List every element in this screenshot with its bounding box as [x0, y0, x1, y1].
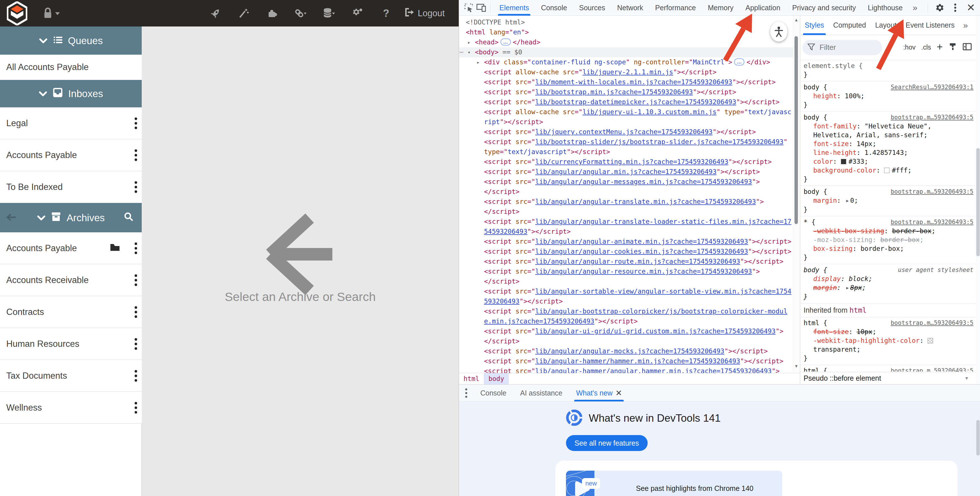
css-property[interactable]: background-color: #fff;	[803, 166, 974, 175]
gears-icon[interactable]	[352, 7, 364, 20]
dom-node[interactable]: <script src="lib/angular/angular-cookies…	[459, 247, 793, 257]
styles-scrollbar[interactable]	[976, 16, 980, 384]
inspect-element-icon[interactable]	[462, 2, 475, 14]
drawer-scrollbar[interactable]	[976, 420, 980, 456]
scrollbar-thumb[interactable]	[976, 148, 980, 256]
drawer-tab-console[interactable]: Console	[474, 385, 513, 402]
logout-button[interactable]: Logout	[404, 0, 445, 27]
tab-application[interactable]: Application	[740, 0, 786, 16]
kebab-menu-icon[interactable]	[135, 338, 137, 350]
scrollbar-thumb[interactable]	[794, 36, 798, 224]
dom-node[interactable]: <script src="lib/bootstrap-slider/js/boo…	[459, 137, 793, 157]
tab-console[interactable]: Console	[535, 0, 573, 16]
kebab-menu-icon[interactable]	[135, 149, 137, 161]
kebab-menu-icon[interactable]	[135, 181, 137, 193]
tab-privacy-and-security[interactable]: Privacy and security	[786, 0, 862, 16]
css-property[interactable]: font-size: 14px;	[803, 140, 974, 148]
dom-node[interactable]: <script src="lib/moment-with-locales.min…	[459, 77, 793, 87]
style-rule[interactable]: bootstrap.m…593206493:5html {font-size: …	[800, 317, 976, 365]
css-property[interactable]: height: 100%;	[803, 92, 974, 100]
stylesheet-source-link[interactable]: bootstrap.m…593206493:5	[891, 367, 974, 372]
search-icon[interactable]	[124, 212, 133, 223]
stylesheet-source-link[interactable]: bootstrap.m…593206493:5	[891, 113, 974, 122]
sidebar-item-human-resources[interactable]: Human Resources	[0, 328, 142, 360]
tab-performance[interactable]: Performance	[649, 0, 702, 16]
dom-node[interactable]: <script src="lib/angular/angular-mocks.j…	[459, 346, 793, 356]
tab-lighthouse[interactable]: Lighthouse	[862, 0, 908, 16]
styles-filter-input[interactable]	[819, 43, 871, 52]
dom-node[interactable]: ▸<div class="container-fluid ng-scope" n…	[459, 57, 793, 67]
pseudo-element-section[interactable]: Pseudo ::before element ▼	[800, 372, 976, 384]
lock-menu[interactable]	[43, 7, 60, 21]
kebab-menu-icon[interactable]	[135, 370, 137, 381]
sidebar-item-accounts-payable[interactable]: Accounts Payable	[0, 232, 142, 264]
rule-selector[interactable]: * {	[803, 218, 816, 226]
toggle-classes-button[interactable]: .cls	[921, 43, 931, 51]
css-property[interactable]: font-size: 10px;	[803, 327, 974, 336]
drawer-tab-what-s-new[interactable]: What's new✕	[569, 385, 629, 402]
elements-scrollbar[interactable]: ▲ ▼	[793, 16, 799, 373]
styles-tab-layout[interactable]: Layout	[870, 16, 901, 35]
drawer-menu-kebab-icon[interactable]	[459, 388, 474, 398]
dom-node[interactable]: <script src="lib/angular-ui-grid/ui-grid…	[459, 326, 793, 346]
kebab-menu-icon[interactable]	[135, 306, 137, 318]
breadcrumb-item-html[interactable]: html	[459, 373, 484, 384]
stylesheet-source-link[interactable]: bootstrap.m…593206493:5	[891, 319, 974, 327]
scroll-up-icon[interactable]: ▲	[794, 18, 799, 22]
styles-tab-styles[interactable]: Styles	[800, 16, 829, 35]
expand-more-badge[interactable]: …	[501, 38, 511, 46]
style-rule[interactable]: SearchResul…593206493:1body {height: 100…	[800, 81, 976, 112]
wand-icon[interactable]	[238, 7, 250, 20]
past-highlights-link[interactable]: new See past highlights from Chrome 140	[566, 470, 782, 496]
sidebar-item-to-be-indexed[interactable]: To Be Indexed	[0, 171, 142, 203]
css-property[interactable]: -webkit-tap-highlight-color: transparent…	[803, 336, 974, 354]
tab-memory[interactable]: Memory	[702, 0, 739, 16]
tab-elements[interactable]: Elements	[493, 0, 535, 16]
new-style-rule-button[interactable]: +	[937, 44, 943, 50]
color-swatch[interactable]	[884, 168, 889, 173]
css-property[interactable]: margin: ▶0;	[803, 196, 974, 205]
breadcrumb-item-body[interactable]: body	[484, 373, 509, 384]
toggle-sidebar-icon[interactable]	[963, 42, 972, 53]
css-property[interactable]: margin: ▶8px;	[803, 283, 974, 292]
rule-selector[interactable]: html {	[803, 319, 827, 327]
dom-node[interactable]: <script src="lib/bootstrap.min.js?cache=…	[459, 87, 793, 97]
tab-network[interactable]: Network	[611, 0, 649, 16]
dom-node[interactable]: <script src="lib/angular/angular-transla…	[459, 217, 793, 237]
css-property[interactable]: -webkit-box-sizing: border-box;	[803, 226, 974, 236]
dom-node[interactable]: <script src="lib/bootstrap-datetimepicke…	[459, 97, 793, 107]
kebab-menu-icon[interactable]	[135, 117, 137, 129]
devtools-menu-kebab-icon[interactable]	[949, 2, 961, 14]
styles-tab-event-listeners[interactable]: Event Listeners	[901, 16, 959, 35]
accessibility-person-button[interactable]	[770, 22, 788, 41]
more-tabs-icon[interactable]: »	[908, 3, 921, 13]
rule-selector[interactable]: body {	[803, 113, 827, 121]
dom-node[interactable]: <!DOCTYPE html>	[459, 18, 793, 27]
sidebar-section-header-archives[interactable]: Archives	[0, 203, 142, 232]
css-property[interactable]: font-family: "Helvetica Neue", Helvetica…	[803, 122, 974, 140]
close-devtools-icon[interactable]: ✕	[964, 2, 977, 14]
style-rule[interactable]: user agent stylesheetbody {display: bloc…	[800, 264, 976, 303]
kebab-menu-icon[interactable]	[135, 402, 137, 413]
rocket-icon[interactable]	[209, 7, 222, 20]
link-icon[interactable]	[294, 7, 307, 20]
css-property[interactable]: color: #333;	[803, 157, 974, 166]
dom-node[interactable]: <script src="lib/currencyFormatting.min.…	[459, 157, 793, 167]
sidebar-item-accounts-payable[interactable]: Accounts Payable	[0, 139, 142, 171]
stylesheet-source-link[interactable]: bootstrap.m…593206493:5	[891, 187, 974, 196]
dom-node[interactable]: <script src="lib/angular/angular-route.m…	[459, 257, 793, 266]
color-swatch[interactable]	[841, 159, 846, 164]
rule-selector[interactable]: element.style {	[803, 62, 863, 70]
app-logo-icon[interactable]	[7, 2, 27, 26]
css-property[interactable]: -moz-box-sizing: border-box;	[803, 236, 974, 244]
sidebar-section-header-queues[interactable]: Queues	[0, 27, 142, 55]
rule-selector[interactable]: body {	[803, 83, 827, 91]
dom-node[interactable]: <script allow-cache src="lib/jquery-2.1.…	[459, 67, 793, 77]
dom-node[interactable]: <script src="lib/angular-sortable-view/a…	[459, 286, 793, 306]
kebab-menu-icon[interactable]	[135, 242, 137, 254]
rule-selector[interactable]: html {	[803, 367, 827, 372]
drawer-tab-ai-assistance[interactable]: AI assistance	[513, 385, 570, 402]
kebab-menu-icon[interactable]	[135, 274, 137, 286]
database-icon[interactable]	[323, 7, 336, 20]
dom-node[interactable]: <script src="lib/angular-hammer/hammer.m…	[459, 356, 793, 366]
